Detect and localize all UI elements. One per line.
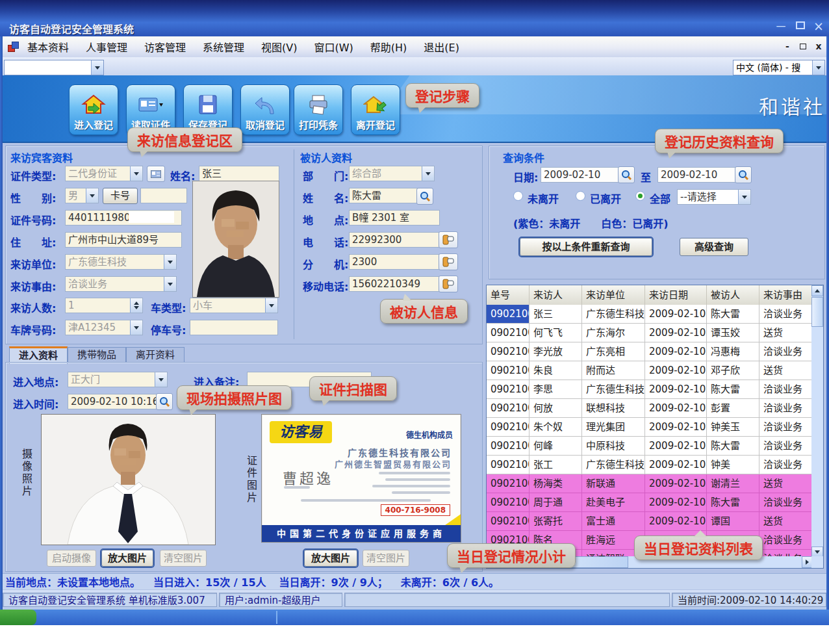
chevron-down-icon[interactable] [130,166,142,181]
read-card-mini-button[interactable] [147,166,165,182]
table-cell[interactable]: 送货 [759,324,813,342]
card-clear-button[interactable]: 清空图片 [363,550,409,567]
table-cell[interactable]: 附而达 [582,361,645,380]
visit-reason-combobox[interactable]: 洽谈业务 [65,276,177,292]
vehicle-type-combobox[interactable]: 小车 [190,298,278,313]
column-header[interactable]: 被访人 [707,285,759,305]
spinner-arrows-icon[interactable] [130,298,142,313]
chevron-down-icon[interactable] [155,372,167,387]
host-tel-field[interactable]: 22992300 [349,232,440,248]
table-cell[interactable]: 送货 [759,512,813,531]
language-chevron-down-icon[interactable] [812,60,824,75]
chevron-down-icon[interactable] [422,166,434,181]
table-row[interactable]: 090210012张寄托富士通2009-02-10谭国送货 [487,512,813,531]
start-camera-button[interactable]: 启动摄像 [47,550,96,567]
table-cell[interactable]: 090210003 [487,342,529,361]
gender-combobox[interactable]: 男 [65,188,99,203]
id-type-combobox[interactable]: 二代身份证 [65,166,143,181]
start-button[interactable] [0,610,36,625]
table-cell[interactable]: 张三 [529,305,582,324]
language-bar[interactable]: 中文 (简体) - 搜 [733,60,825,75]
visitor-name-field[interactable]: 张三 [199,166,279,181]
column-header[interactable]: 来访人 [529,285,582,305]
quick-search-combobox[interactable] [4,60,104,75]
table-row[interactable]: 090210003李光放广东亮相2009-02-10冯惠梅洽谈业务 [487,342,813,361]
table-cell[interactable]: 送货 [759,361,813,380]
table-cell[interactable]: 2009-02-10 [645,418,707,437]
card-number-field[interactable] [140,188,187,203]
table-cell[interactable]: 广东海尔 [582,324,645,342]
chevron-down-icon[interactable] [738,190,750,204]
mdi-close-button[interactable]: x [812,40,825,52]
table-cell[interactable]: 李光放 [529,342,582,361]
parking-field[interactable] [190,320,278,335]
call-mobile-button[interactable] [439,276,458,292]
menu-hr[interactable]: 人事管理 [86,39,127,55]
table-cell[interactable]: 陈大雷 [707,493,759,512]
plate-combobox[interactable]: 津A12345 [65,320,143,335]
table-cell[interactable]: 2009-02-10 [645,305,707,324]
tab-carried-items[interactable]: 携带物品 [68,347,126,363]
table-cell[interactable]: 理光集团 [582,418,645,437]
table-row[interactable]: 090210009张工广东德生科技2009-02-10钟美洽谈业务 [487,456,813,474]
advanced-query-button[interactable]: 高级查询 [680,238,748,256]
chevron-down-icon[interactable] [265,298,277,313]
call-tel-button[interactable] [439,231,458,248]
host-name-field[interactable]: 陈大雷 [349,188,418,203]
table-cell[interactable]: 陈大雷 [707,305,759,324]
close-button[interactable]: × [811,19,826,32]
table-cell[interactable]: 090210006 [487,399,529,418]
table-cell[interactable]: 赴美电子 [582,493,645,512]
photo-zoom-button[interactable]: 放大图片 [101,550,153,567]
table-cell[interactable]: 2009-02-10 [645,324,707,342]
mdi-restore-button[interactable] [797,40,810,52]
enter-time-picker-button[interactable] [156,393,173,410]
table-cell[interactable]: 钟美 [707,456,759,474]
chevron-down-icon[interactable] [164,277,176,291]
table-cell[interactable]: 广东德生科技 [582,305,645,324]
table-cell[interactable]: 朱良 [529,361,582,380]
table-cell[interactable]: 090210012 [487,512,529,531]
table-row[interactable]: 090210005李思广东德生科技2009-02-10陈大雷洽谈业务 [487,380,813,399]
table-cell[interactable]: 090210005 [487,380,529,399]
restore-button[interactable] [793,19,808,32]
table-cell[interactable]: 富士通 [582,512,645,531]
table-cell[interactable]: 谭玉姣 [707,324,759,342]
table-cell[interactable]: 2009-02-10 [645,437,707,456]
table-cell[interactable]: 090210004 [487,361,529,380]
table-row[interactable]: 090210002何飞飞广东海尔2009-02-10谭玉姣送货 [487,324,813,342]
scroll-up-icon[interactable] [811,285,823,296]
table-cell[interactable]: 何峰 [529,437,582,456]
visitor-count-spinner[interactable]: 1 [65,298,143,313]
table-cell[interactable]: 洽谈业务 [759,399,813,418]
table-cell[interactable]: 090210010 [487,474,529,493]
table-cell[interactable]: 2009-02-10 [645,456,707,474]
table-cell[interactable]: 陈大雷 [707,437,759,456]
card-zoom-button[interactable]: 放大图片 [304,550,357,567]
host-search-button[interactable] [416,188,433,205]
call-ext-button[interactable] [439,253,458,270]
radio-all[interactable] [635,191,645,201]
visit-unit-combobox[interactable]: 广东德生科技 [65,254,177,270]
column-header[interactable]: 单号 [487,285,529,305]
table-cell[interactable]: 2009-02-10 [645,474,707,493]
chevron-down-icon[interactable] [91,60,103,75]
date-from-field[interactable]: 2009-02-10 [541,167,621,183]
radio-not-left[interactable] [513,191,523,201]
table-cell[interactable]: 冯惠梅 [707,342,759,361]
table-row[interactable]: 090210004朱良附而达2009-02-10邓子欣送货 [487,361,813,380]
address-field[interactable]: 广州市中山大道89号 [65,232,182,248]
table-cell[interactable]: 周于通 [529,493,582,512]
print-slip-button[interactable]: 打印凭条 [294,84,343,135]
host-mobile-field[interactable]: 15602210349 [349,276,440,292]
table-cell[interactable]: 广东德生科技 [582,456,645,474]
table-cell[interactable]: 广东亮相 [582,342,645,361]
table-row[interactable]: 090210008何峰中原科技2009-02-10陈大雷洽谈业务 [487,437,813,456]
column-header[interactable]: 来访事由 [759,285,813,305]
vertical-scrollbar[interactable] [811,285,823,558]
table-cell[interactable]: 何放 [529,399,582,418]
enter-place-combobox[interactable]: 正大门 [68,372,168,387]
table-cell[interactable]: 中原科技 [582,437,645,456]
menu-system[interactable]: 系统管理 [203,39,244,55]
table-cell[interactable]: 洽谈业务 [759,380,813,399]
